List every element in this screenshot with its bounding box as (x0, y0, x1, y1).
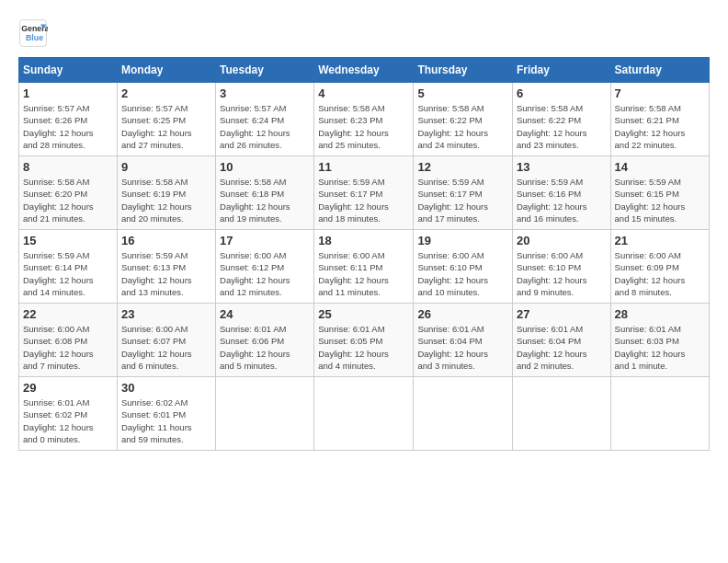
day-info: Sunrise: 6:00 AMSunset: 6:10 PMDaylight:… (417, 250, 488, 297)
day-cell: 20 Sunrise: 6:00 AMSunset: 6:10 PMDaylig… (512, 230, 610, 304)
day-number: 30 (121, 381, 211, 395)
day-cell: 6 Sunrise: 5:58 AMSunset: 6:22 PMDayligh… (512, 83, 610, 156)
day-cell: 15 Sunrise: 5:59 AMSunset: 6:14 PMDaylig… (19, 230, 118, 304)
week-row-1: 1 Sunrise: 5:57 AMSunset: 6:26 PMDayligh… (19, 83, 710, 156)
day-info: Sunrise: 5:59 AMSunset: 6:17 PMDaylight:… (318, 177, 389, 224)
week-row-2: 8 Sunrise: 5:58 AMSunset: 6:20 PMDayligh… (19, 156, 710, 230)
day-number: 12 (417, 160, 508, 174)
day-info: Sunrise: 5:57 AMSunset: 6:26 PMDaylight:… (23, 103, 94, 150)
column-header-wednesday: Wednesday (314, 58, 414, 83)
column-header-thursday: Thursday (414, 58, 513, 83)
day-info: Sunrise: 6:01 AMSunset: 6:04 PMDaylight:… (517, 324, 587, 371)
day-cell: 24 Sunrise: 6:01 AMSunset: 6:06 PMDaylig… (216, 304, 314, 377)
day-number: 5 (417, 86, 508, 100)
day-info: Sunrise: 6:00 AMSunset: 6:11 PMDaylight:… (318, 250, 389, 297)
day-info: Sunrise: 6:01 AMSunset: 6:06 PMDaylight:… (220, 324, 290, 371)
day-number: 26 (417, 307, 508, 321)
day-number: 10 (220, 160, 310, 174)
day-info: Sunrise: 5:58 AMSunset: 6:18 PMDaylight:… (220, 177, 290, 224)
day-info: Sunrise: 5:58 AMSunset: 6:20 PMDaylight:… (23, 177, 94, 224)
day-cell: 30 Sunrise: 6:02 AMSunset: 6:01 PMDaylig… (117, 377, 215, 451)
day-info: Sunrise: 5:58 AMSunset: 6:19 PMDaylight:… (121, 177, 192, 224)
day-cell: 29 Sunrise: 6:01 AMSunset: 6:02 PMDaylig… (19, 377, 118, 451)
day-info: Sunrise: 5:59 AMSunset: 6:17 PMDaylight:… (417, 177, 488, 224)
day-number: 4 (318, 86, 409, 100)
column-header-sunday: Sunday (19, 58, 118, 83)
logo: General Blue (18, 18, 48, 48)
day-info: Sunrise: 6:02 AMSunset: 6:01 PMDaylight:… (121, 397, 192, 444)
day-info: Sunrise: 5:59 AMSunset: 6:16 PMDaylight:… (517, 177, 587, 224)
day-cell: 9 Sunrise: 5:58 AMSunset: 6:19 PMDayligh… (117, 156, 215, 230)
day-cell: 23 Sunrise: 6:00 AMSunset: 6:07 PMDaylig… (117, 304, 215, 377)
day-info: Sunrise: 5:57 AMSunset: 6:25 PMDaylight:… (121, 103, 192, 150)
day-cell: 7 Sunrise: 5:58 AMSunset: 6:21 PMDayligh… (610, 83, 709, 156)
day-cell (512, 377, 610, 451)
week-row-4: 22 Sunrise: 6:00 AMSunset: 6:08 PMDaylig… (19, 304, 710, 377)
day-info: Sunrise: 6:00 AMSunset: 6:08 PMDaylight:… (23, 324, 94, 371)
day-info: Sunrise: 6:00 AMSunset: 6:10 PMDaylight:… (517, 250, 587, 297)
day-number: 9 (121, 160, 211, 174)
day-number: 13 (517, 160, 607, 174)
day-info: Sunrise: 5:58 AMSunset: 6:22 PMDaylight:… (417, 103, 488, 150)
day-number: 7 (615, 86, 705, 100)
day-info: Sunrise: 5:58 AMSunset: 6:23 PMDaylight:… (318, 103, 389, 150)
day-number: 15 (23, 234, 113, 247)
day-cell: 11 Sunrise: 5:59 AMSunset: 6:17 PMDaylig… (314, 156, 414, 230)
calendar-table: SundayMondayTuesdayWednesdayThursdayFrid… (18, 57, 710, 451)
column-header-tuesday: Tuesday (216, 58, 314, 83)
day-cell: 21 Sunrise: 6:00 AMSunset: 6:09 PMDaylig… (610, 230, 709, 304)
day-cell (216, 377, 314, 451)
day-number: 6 (517, 86, 607, 100)
day-number: 11 (318, 160, 409, 174)
day-number: 14 (615, 160, 705, 174)
day-info: Sunrise: 6:01 AMSunset: 6:05 PMDaylight:… (318, 324, 389, 371)
day-info: Sunrise: 5:59 AMSunset: 6:14 PMDaylight:… (23, 250, 94, 297)
column-header-monday: Monday (117, 58, 215, 83)
day-info: Sunrise: 6:01 AMSunset: 6:02 PMDaylight:… (23, 397, 94, 444)
header: General Blue (18, 18, 710, 48)
day-cell: 17 Sunrise: 6:00 AMSunset: 6:12 PMDaylig… (216, 230, 314, 304)
day-number: 2 (121, 86, 211, 100)
day-info: Sunrise: 5:58 AMSunset: 6:21 PMDaylight:… (615, 103, 686, 150)
week-row-3: 15 Sunrise: 5:59 AMSunset: 6:14 PMDaylig… (19, 230, 710, 304)
day-cell (414, 377, 513, 451)
day-cell (314, 377, 414, 451)
day-number: 23 (121, 307, 211, 321)
day-cell: 4 Sunrise: 5:58 AMSunset: 6:23 PMDayligh… (314, 83, 414, 156)
day-cell: 1 Sunrise: 5:57 AMSunset: 6:26 PMDayligh… (19, 83, 118, 156)
day-number: 22 (23, 307, 113, 321)
day-number: 25 (318, 307, 409, 321)
day-info: Sunrise: 5:59 AMSunset: 6:13 PMDaylight:… (121, 250, 192, 297)
day-info: Sunrise: 6:00 AMSunset: 6:12 PMDaylight:… (220, 250, 290, 297)
day-cell (610, 377, 709, 451)
column-header-friday: Friday (512, 58, 610, 83)
day-number: 17 (220, 234, 310, 247)
day-info: Sunrise: 6:01 AMSunset: 6:03 PMDaylight:… (615, 324, 686, 371)
day-cell: 2 Sunrise: 5:57 AMSunset: 6:25 PMDayligh… (117, 83, 215, 156)
day-info: Sunrise: 5:57 AMSunset: 6:24 PMDaylight:… (220, 103, 290, 150)
day-cell: 14 Sunrise: 5:59 AMSunset: 6:15 PMDaylig… (610, 156, 709, 230)
day-cell: 10 Sunrise: 5:58 AMSunset: 6:18 PMDaylig… (216, 156, 314, 230)
column-header-saturday: Saturday (610, 58, 709, 83)
day-info: Sunrise: 6:00 AMSunset: 6:07 PMDaylight:… (121, 324, 192, 371)
day-number: 24 (220, 307, 310, 321)
day-number: 29 (23, 381, 113, 395)
day-number: 19 (417, 234, 508, 247)
day-cell: 16 Sunrise: 5:59 AMSunset: 6:13 PMDaylig… (117, 230, 215, 304)
day-cell: 18 Sunrise: 6:00 AMSunset: 6:11 PMDaylig… (314, 230, 414, 304)
day-cell: 19 Sunrise: 6:00 AMSunset: 6:10 PMDaylig… (414, 230, 513, 304)
day-number: 3 (220, 86, 310, 100)
logo-icon: General Blue (18, 18, 48, 48)
week-row-5: 29 Sunrise: 6:01 AMSunset: 6:02 PMDaylig… (19, 377, 710, 451)
day-info: Sunrise: 6:01 AMSunset: 6:04 PMDaylight:… (417, 324, 488, 371)
day-cell: 26 Sunrise: 6:01 AMSunset: 6:04 PMDaylig… (414, 304, 513, 377)
day-number: 16 (121, 234, 211, 247)
day-cell: 5 Sunrise: 5:58 AMSunset: 6:22 PMDayligh… (414, 83, 513, 156)
day-cell: 8 Sunrise: 5:58 AMSunset: 6:20 PMDayligh… (19, 156, 118, 230)
day-number: 27 (517, 307, 607, 321)
day-cell: 27 Sunrise: 6:01 AMSunset: 6:04 PMDaylig… (512, 304, 610, 377)
day-cell: 12 Sunrise: 5:59 AMSunset: 6:17 PMDaylig… (414, 156, 513, 230)
day-cell: 22 Sunrise: 6:00 AMSunset: 6:08 PMDaylig… (19, 304, 118, 377)
day-number: 21 (615, 234, 705, 247)
day-number: 1 (23, 86, 113, 100)
